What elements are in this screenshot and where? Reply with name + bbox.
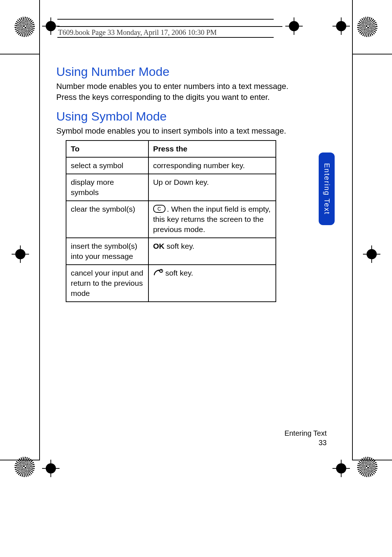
page-footer: Entering Text 33 (0, 428, 327, 447)
table-cell-to: cancel your input and return to the prev… (66, 265, 148, 302)
table-cell-to: display more symbols (66, 174, 148, 201)
c-key-icon: C (153, 205, 166, 213)
table-row: insert the symbol(s) into your message O… (66, 238, 276, 265)
table-cell-press: OK soft key. (148, 238, 276, 265)
footer-page-number: 33 (0, 438, 327, 447)
ok-label: OK (153, 242, 165, 250)
table-header-row: To Press the (66, 141, 276, 157)
table-cell-press: C. When the input field is empty, this k… (148, 201, 276, 238)
table-cell-to: insert the symbol(s) into your message (66, 238, 148, 265)
register-mark-icon (44, 461, 58, 476)
table-row: select a symbol corresponding number key… (66, 157, 276, 174)
register-mark-icon (287, 19, 301, 33)
table-cell-press: corresponding number key. (148, 157, 276, 174)
table-header-press: Press the (148, 141, 276, 157)
table-cell-press-text: soft key. (164, 242, 194, 250)
register-mark-icon (334, 19, 348, 33)
table-cell-press-text: soft key. (163, 269, 193, 277)
register-mark-icon (334, 461, 348, 476)
table-row: clear the symbol(s) C. When the input fi… (66, 201, 276, 238)
footer-section: Entering Text (0, 428, 327, 438)
table-cell-to: select a symbol (66, 157, 148, 174)
crop-fan-icon (357, 457, 377, 477)
heading-number-mode: Using Number Mode (56, 65, 298, 79)
symbol-mode-table: To Press the select a symbol correspondi… (66, 140, 276, 302)
register-mark-icon (13, 247, 28, 261)
table-cell-press-text: . When the input field is empty, this ke… (153, 205, 271, 233)
crop-fan-icon (15, 17, 35, 37)
table-cell-press: Up or Down key. (148, 174, 276, 201)
register-mark-icon (44, 19, 58, 33)
table-row: cancel your input and return to the prev… (66, 265, 276, 302)
section-tab: Entering Text (319, 153, 335, 225)
crop-fan-icon (357, 17, 377, 37)
heading-symbol-mode: Using Symbol Mode (56, 109, 298, 123)
table-row: display more symbols Up or Down key. (66, 174, 276, 201)
table-cell-to: clear the symbol(s) (66, 201, 148, 238)
paragraph-number-mode: Number mode enables you to enter numbers… (56, 81, 298, 103)
running-header: T609.book Page 33 Monday, April 17, 2006… (58, 28, 217, 37)
table-header-to: To (66, 141, 148, 157)
table-cell-press: soft key. (148, 265, 276, 302)
paragraph-symbol-mode: Symbol mode enables you to insert symbol… (56, 126, 298, 137)
register-mark-icon (364, 247, 379, 261)
power-key-icon (153, 269, 163, 279)
crop-fan-icon (15, 457, 35, 477)
